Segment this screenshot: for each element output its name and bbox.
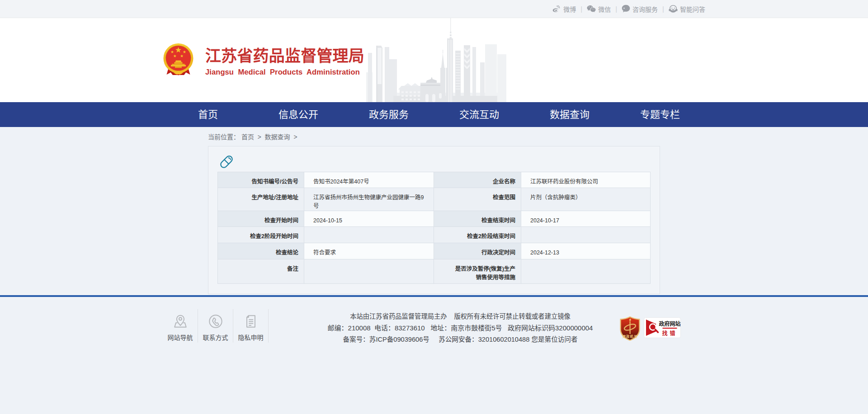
svg-text:党政机关: 党政机关 — [623, 334, 638, 339]
svg-text:找错: 找错 — [662, 330, 677, 337]
svg-text:政府网站: 政府网站 — [659, 320, 680, 327]
